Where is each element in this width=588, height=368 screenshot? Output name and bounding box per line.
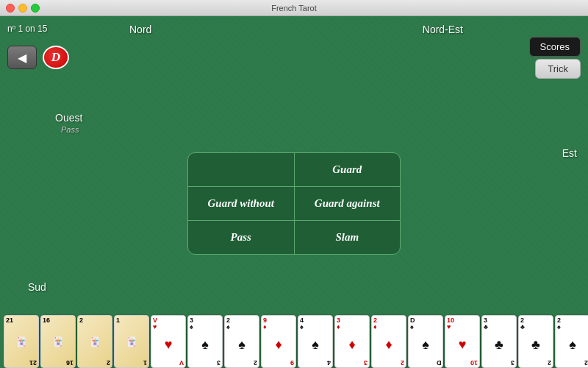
card-2-spades-2[interactable]: 2♠ ♠ 2 [555,315,588,368]
close-button[interactable] [6,4,15,13]
game-number: nº 1 on 15 [7,24,47,34]
card-21[interactable]: 21 🃏 21 [4,315,39,368]
minimize-button[interactable] [18,4,27,13]
player-est-label: Est [562,147,577,159]
bid-slam[interactable]: Slam [295,221,401,254]
bid-row-2: Guard without Guard against [188,187,400,221]
cards-area: 21 🃏 21 16 🃏 16 2 🃏 2 1 🃏 [0,309,588,368]
bid-menu: Guard Guard without Guard against Pass S… [187,152,401,255]
card-4-spades[interactable]: 4♠ ♠ 4 [298,315,333,368]
window-title: French Tarot [271,4,317,13]
scores-button[interactable]: Scores [529,37,581,57]
card-tarot-2[interactable]: 2 🃏 2 [77,315,112,368]
bid-guard-without[interactable]: Guard without [188,187,295,220]
traffic-lights [6,4,40,13]
card-tarot-1[interactable]: 1 🃏 1 [114,315,149,368]
bid-pass[interactable]: Pass [188,221,295,254]
card-dame-spades[interactable]: D♠ ♠ D [408,315,443,368]
player-nord-label: Nord [129,24,151,35]
card-16[interactable]: 16 🃏 16 [40,315,76,368]
card-2-spades-1[interactable]: 2♠ ♠ 2 [224,315,259,368]
maximize-button[interactable] [31,4,40,13]
card-2-clubs[interactable]: 2♣ ♣ 2 [518,315,553,368]
back-button[interactable] [7,46,37,69]
dealer-button[interactable]: D [43,46,69,69]
bid-row-1: Guard [188,153,400,187]
bid-cell-empty [188,153,295,186]
bid-guard[interactable]: Guard [295,153,401,186]
card-3-clubs[interactable]: 3♣ ♣ 3 [481,315,517,368]
bid-guard-against[interactable]: Guard against [295,187,401,220]
trick-button[interactable]: Trick [535,59,581,79]
bid-row-3: Pass Slam [188,221,400,254]
card-10-hearts[interactable]: 10♥ ♥ 10 [445,315,480,368]
dealer-icon: D [51,50,60,65]
player-nord-est-label: Nord-Est [423,24,463,35]
card-valet-hearts[interactable]: V♥ ♥ V [151,315,186,368]
player-ouest-label: Ouest [55,112,82,124]
titlebar: French Tarot [0,0,588,16]
player-sud-label: Sud [28,281,46,293]
card-9-diamonds[interactable]: 9♦ ♦ 9 [261,315,296,368]
player-ouest-status: Pass [61,125,79,134]
card-2-diamonds[interactable]: 2♦ ♦ 2 [371,315,406,368]
card-3-spades[interactable]: 3♠ ♠ 3 [187,315,223,368]
game-area: nº 1 on 15 D Scores Trick Nord Nord-Est … [0,16,588,368]
card-3-diamonds[interactable]: 3♦ ♦ 3 [334,315,370,368]
